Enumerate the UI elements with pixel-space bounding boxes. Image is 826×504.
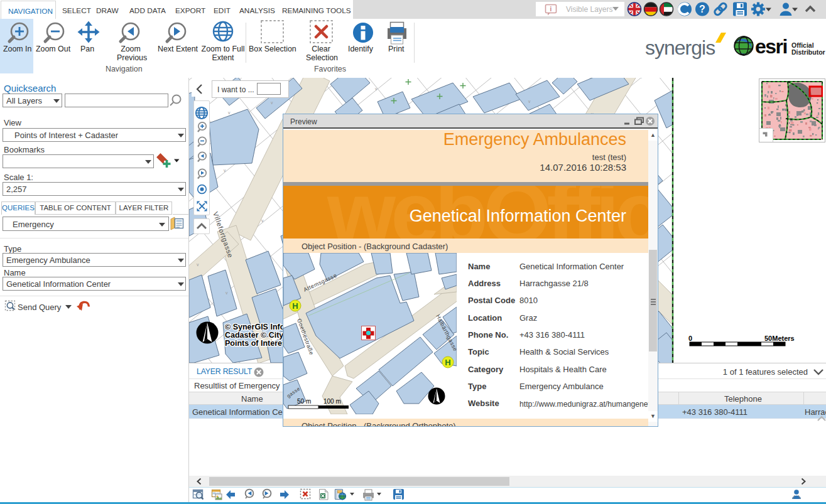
svg-text:H: H: [445, 358, 450, 367]
svg-text:Distributor: Distributor: [791, 48, 825, 56]
svg-text:v: v: [224, 168, 226, 173]
svg-text:synergis: synergis: [645, 36, 715, 59]
svg-text:?: ?: [699, 4, 705, 14]
svg-text:H: H: [292, 301, 298, 311]
svg-text:v: v: [197, 262, 199, 267]
svg-text:v: v: [375, 87, 378, 91]
svg-text:esri: esri: [755, 35, 787, 58]
svg-text:v: v: [271, 100, 273, 105]
svg-text:v: v: [226, 291, 228, 295]
svg-text:50 m: 50 m: [297, 398, 311, 405]
svg-text:0: 0: [688, 335, 692, 342]
svg-text:v: v: [528, 99, 531, 104]
svg-text:v: v: [261, 218, 264, 223]
svg-text:50Meters: 50Meters: [764, 335, 795, 342]
svg-text:v: v: [228, 110, 231, 115]
svg-text:100 m: 100 m: [323, 398, 341, 405]
svg-text:i: i: [550, 6, 552, 13]
